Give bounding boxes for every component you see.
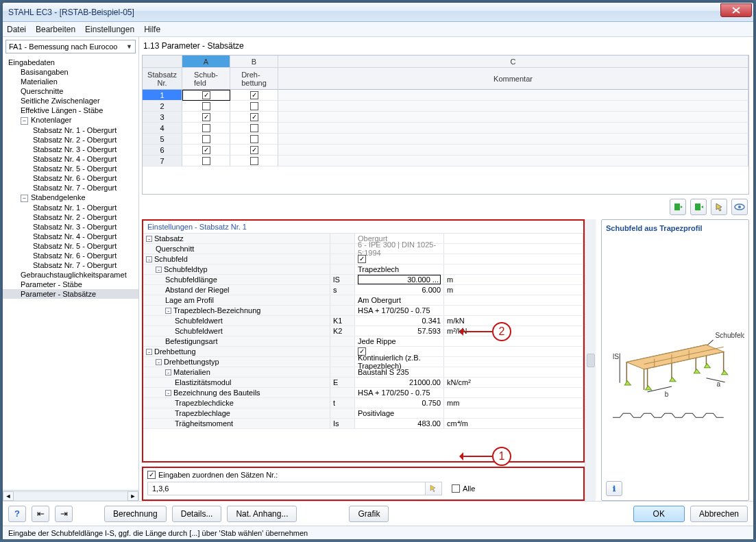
cell-kommentar[interactable] [278,123,748,134]
excel-export-in-button[interactable] [670,199,686,215]
assign-input[interactable]: 1,3,6 [147,482,426,495]
property-row[interactable]: ElastizitätsmodulE21000.00kN/cm² [143,378,583,388]
prop-value[interactable]: 6 - IPE 300 | DIN 1025-5:1994 [355,244,444,254]
checkbox-icon[interactable]: ✓ [202,146,210,154]
scroll-track[interactable] [14,491,127,501]
cell-drehbettung[interactable]: ✓ [230,90,278,101]
cell-schubfeld[interactable]: ✓ [182,90,230,101]
loadcase-dropdown[interactable]: FA1 - Bemessung nach Eurocoo ▼ [5,40,136,53]
prop-value[interactable]: HSA + 170/250 - 0.75 [355,306,444,315]
prop-value[interactable]: Trapezblech [355,264,444,274]
prop-value[interactable]: 6.000 [355,285,444,295]
table-row[interactable]: 6✓✓ [143,145,748,156]
checkbox-icon[interactable] [202,135,210,143]
property-row[interactable]: -SchubfeldtypTrapezblech [143,264,583,275]
property-row[interactable]: -MaterialienBaustahl S 235 [143,367,583,378]
tree-se7[interactable]: Stabsatz Nr. 7 - Obergurt [3,260,138,270]
checkbox-icon[interactable]: ✓ [202,91,210,99]
view-button[interactable] [731,199,748,215]
prop-value[interactable]: Jede Rippe [355,336,444,346]
tree-se3[interactable]: Stabsatz Nr. 3 - Obergurt [3,222,138,232]
checkbox-icon[interactable] [250,135,258,143]
tree-stabend[interactable]: −Stabendgelenke [3,193,138,203]
cell-kommentar[interactable] [278,112,748,123]
prop-value[interactable]: 483.00 [355,419,444,428]
ok-button[interactable]: OK [633,506,685,522]
cell-drehbettung[interactable] [230,123,278,134]
property-row[interactable]: Trapezblechdicket0.750mm [143,398,583,408]
cell-drehbettung[interactable] [230,101,278,112]
tree-root[interactable]: Eingabedaten [3,58,138,67]
tree-hscrollbar[interactable]: ◄ ► [3,490,138,501]
checkbox-icon[interactable] [250,124,258,132]
tree-materialien[interactable]: Materialien [3,77,138,86]
table-row[interactable]: 1✓✓ [143,90,748,101]
cell-kommentar[interactable] [278,156,748,167]
table-row[interactable]: 2 [143,101,748,112]
prop-value[interactable]: 21000.00 [355,378,444,387]
tree-kn5[interactable]: Stabsatz Nr. 5 - Obergurt [3,164,138,173]
tree-se4[interactable]: Stabsatz Nr. 4 - Obergurt [3,232,138,241]
property-row[interactable]: -Bezeichnung des BauteilsHSA + 170/250 -… [143,388,583,398]
prop-checkbox-cell[interactable]: ✓ [355,254,444,264]
tree-effektive[interactable]: Effektive Längen - Stäbe [3,106,138,115]
tree-kn4[interactable]: Stabsatz Nr. 4 - Obergurt [3,154,138,164]
cell-schubfeld[interactable]: ✓ [182,112,230,123]
checkbox-icon[interactable] [250,157,258,165]
tree-seitliche[interactable]: Seitliche Zwischenlager [3,96,138,106]
property-row[interactable]: -DrehbettungstypKontinuierlich (z.B. Tra… [143,357,583,367]
tree-se2[interactable]: Stabsatz Nr. 2 - Obergurt [3,212,138,222]
tree-kn3[interactable]: Stabsatz Nr. 3 - Obergurt [3,145,138,154]
tree-kn7[interactable]: Stabsatz Nr. 7 - Obergurt [3,183,138,193]
help-button[interactable]: ? [8,506,26,522]
cell-kommentar[interactable] [278,90,748,101]
prop-value[interactable]: 0.341 [355,316,444,325]
table-row[interactable]: 4 [143,123,748,134]
next-button[interactable]: ⇥ [55,506,73,522]
cell-kommentar[interactable] [278,101,748,112]
table-row[interactable]: 7 [143,156,748,167]
cell-schubfeld[interactable] [182,156,230,167]
info-button[interactable]: ℹ [606,481,622,496]
prop-value[interactable]: 57.593 [355,326,444,336]
menu-bearbeiten[interactable]: Bearbeiten [36,25,75,34]
grafik-button[interactable]: Grafik [349,506,389,522]
close-button[interactable] [720,3,752,17]
scroll-left-icon[interactable]: ◄ [3,491,14,501]
property-row[interactable]: -Trapezblech-BezeichnungHSA + 170/250 - … [143,306,583,316]
checkbox-icon[interactable] [202,157,210,165]
property-row[interactable]: Querschnitt6 - IPE 300 | DIN 1025-5:1994 [143,244,583,254]
tree-param-stabsaetze[interactable]: Parameter - Stabsätze [3,289,138,299]
property-row[interactable]: SchubfeldwertK257.593m²/kN [143,326,583,336]
checkbox-icon[interactable]: ✓ [250,113,258,121]
cell-drehbettung[interactable] [230,156,278,167]
table-row[interactable]: 3✓✓ [143,112,748,123]
cell-schubfeld[interactable] [182,134,230,145]
menu-hilfe[interactable]: Hilfe [144,25,160,34]
nat-anhang-button[interactable]: Nat. Anhang... [227,506,297,522]
property-row[interactable]: SchubfeldlängelS30.000 ...m [143,275,583,285]
property-row[interactable]: SchubfeldwertK10.341m/kN [143,316,583,326]
berechnung-button[interactable]: Berechnung [104,506,167,522]
cell-schubfeld[interactable] [182,101,230,112]
property-row[interactable]: -Schubfeld✓ [143,254,583,264]
minus-icon[interactable]: − [21,195,28,202]
alle-checkbox[interactable] [452,484,460,493]
checkbox-icon[interactable] [202,124,210,132]
tree-querschnitte[interactable]: Querschnitte [3,86,138,96]
tree-se5[interactable]: Stabsatz Nr. 5 - Obergurt [3,241,138,251]
property-row[interactable]: TrägheitsmomentIs483.00cm⁴/m [143,419,583,429]
checkbox-icon[interactable] [250,102,258,110]
property-row[interactable]: Abstand der Riegels6.000m [143,285,583,295]
checkbox-icon[interactable]: ✓ [250,91,258,99]
checkbox-icon[interactable]: ✓ [202,113,210,121]
assign-checkbox[interactable]: ✓ [147,471,156,479]
prev-button[interactable]: ⇤ [32,506,49,522]
tree-se1[interactable]: Stabsatz Nr. 1 - Obergurt [3,203,138,212]
cell-schubfeld[interactable] [182,123,230,134]
cell-schubfeld[interactable]: ✓ [182,145,230,156]
scroll-thumb[interactable] [587,354,595,367]
tree-gebrauch[interactable]: Gebrauchstauglichkeitsparamet [3,270,138,280]
property-row[interactable]: TrapezblechlagePositivlage [143,408,583,419]
prop-value[interactable]: Positivlage [355,408,444,418]
